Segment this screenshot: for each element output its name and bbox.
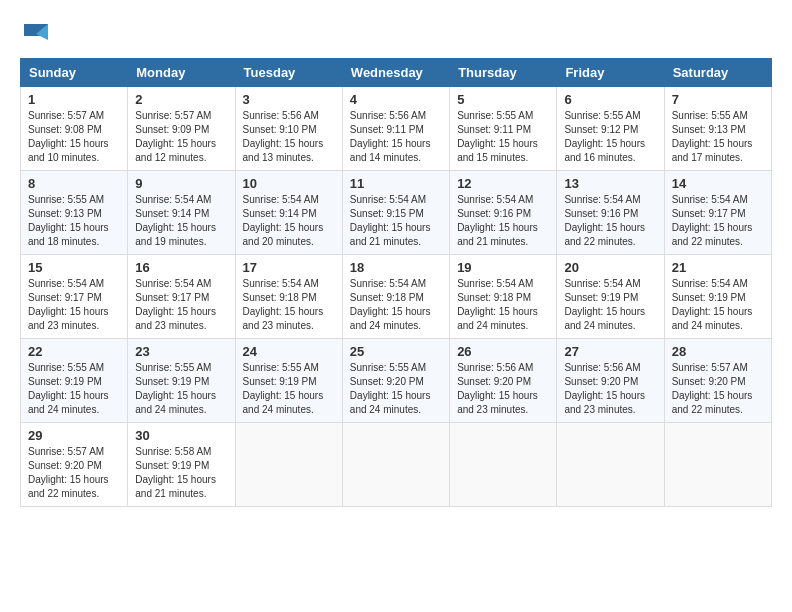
calendar-header-row: SundayMondayTuesdayWednesdayThursdayFrid… (21, 59, 772, 87)
day-info: Sunrise: 5:54 AM Sunset: 9:17 PM Dayligh… (672, 193, 764, 249)
day-info: Sunrise: 5:56 AM Sunset: 9:20 PM Dayligh… (457, 361, 549, 417)
day-info: Sunrise: 5:56 AM Sunset: 9:11 PM Dayligh… (350, 109, 442, 165)
day-number: 23 (135, 344, 227, 359)
calendar-cell: 30 Sunrise: 5:58 AM Sunset: 9:19 PM Dayl… (128, 423, 235, 507)
day-info: Sunrise: 5:55 AM Sunset: 9:13 PM Dayligh… (28, 193, 120, 249)
calendar-cell: 5 Sunrise: 5:55 AM Sunset: 9:11 PM Dayli… (450, 87, 557, 171)
day-number: 5 (457, 92, 549, 107)
day-number: 12 (457, 176, 549, 191)
day-info: Sunrise: 5:54 AM Sunset: 9:17 PM Dayligh… (28, 277, 120, 333)
day-number: 13 (564, 176, 656, 191)
day-number: 22 (28, 344, 120, 359)
calendar-cell: 13 Sunrise: 5:54 AM Sunset: 9:16 PM Dayl… (557, 171, 664, 255)
day-number: 16 (135, 260, 227, 275)
day-info: Sunrise: 5:55 AM Sunset: 9:13 PM Dayligh… (672, 109, 764, 165)
weekday-header: Tuesday (235, 59, 342, 87)
day-number: 17 (243, 260, 335, 275)
calendar-cell (664, 423, 771, 507)
calendar-cell: 22 Sunrise: 5:55 AM Sunset: 9:19 PM Dayl… (21, 339, 128, 423)
calendar-cell: 21 Sunrise: 5:54 AM Sunset: 9:19 PM Dayl… (664, 255, 771, 339)
weekday-header: Sunday (21, 59, 128, 87)
calendar-cell: 9 Sunrise: 5:54 AM Sunset: 9:14 PM Dayli… (128, 171, 235, 255)
calendar-cell: 28 Sunrise: 5:57 AM Sunset: 9:20 PM Dayl… (664, 339, 771, 423)
day-info: Sunrise: 5:54 AM Sunset: 9:14 PM Dayligh… (135, 193, 227, 249)
calendar-cell (557, 423, 664, 507)
day-info: Sunrise: 5:54 AM Sunset: 9:19 PM Dayligh… (672, 277, 764, 333)
day-info: Sunrise: 5:55 AM Sunset: 9:20 PM Dayligh… (350, 361, 442, 417)
calendar-cell: 15 Sunrise: 5:54 AM Sunset: 9:17 PM Dayl… (21, 255, 128, 339)
calendar-cell: 27 Sunrise: 5:56 AM Sunset: 9:20 PM Dayl… (557, 339, 664, 423)
day-number: 8 (28, 176, 120, 191)
day-info: Sunrise: 5:54 AM Sunset: 9:15 PM Dayligh… (350, 193, 442, 249)
calendar-week-row: 22 Sunrise: 5:55 AM Sunset: 9:19 PM Dayl… (21, 339, 772, 423)
day-info: Sunrise: 5:54 AM Sunset: 9:16 PM Dayligh… (457, 193, 549, 249)
day-number: 15 (28, 260, 120, 275)
calendar-cell: 2 Sunrise: 5:57 AM Sunset: 9:09 PM Dayli… (128, 87, 235, 171)
day-info: Sunrise: 5:57 AM Sunset: 9:09 PM Dayligh… (135, 109, 227, 165)
day-info: Sunrise: 5:55 AM Sunset: 9:19 PM Dayligh… (135, 361, 227, 417)
day-number: 10 (243, 176, 335, 191)
calendar-cell: 11 Sunrise: 5:54 AM Sunset: 9:15 PM Dayl… (342, 171, 449, 255)
weekday-header: Thursday (450, 59, 557, 87)
day-info: Sunrise: 5:56 AM Sunset: 9:10 PM Dayligh… (243, 109, 335, 165)
calendar-week-row: 8 Sunrise: 5:55 AM Sunset: 9:13 PM Dayli… (21, 171, 772, 255)
day-number: 18 (350, 260, 442, 275)
calendar-cell: 12 Sunrise: 5:54 AM Sunset: 9:16 PM Dayl… (450, 171, 557, 255)
day-info: Sunrise: 5:55 AM Sunset: 9:19 PM Dayligh… (243, 361, 335, 417)
weekday-header: Saturday (664, 59, 771, 87)
day-number: 30 (135, 428, 227, 443)
day-info: Sunrise: 5:54 AM Sunset: 9:18 PM Dayligh… (350, 277, 442, 333)
day-number: 25 (350, 344, 442, 359)
calendar-cell (235, 423, 342, 507)
calendar-cell: 25 Sunrise: 5:55 AM Sunset: 9:20 PM Dayl… (342, 339, 449, 423)
day-info: Sunrise: 5:54 AM Sunset: 9:18 PM Dayligh… (243, 277, 335, 333)
day-info: Sunrise: 5:55 AM Sunset: 9:19 PM Dayligh… (28, 361, 120, 417)
calendar-cell: 4 Sunrise: 5:56 AM Sunset: 9:11 PM Dayli… (342, 87, 449, 171)
calendar-cell: 23 Sunrise: 5:55 AM Sunset: 9:19 PM Dayl… (128, 339, 235, 423)
calendar-cell: 17 Sunrise: 5:54 AM Sunset: 9:18 PM Dayl… (235, 255, 342, 339)
calendar-cell (450, 423, 557, 507)
weekday-header: Friday (557, 59, 664, 87)
calendar-cell: 29 Sunrise: 5:57 AM Sunset: 9:20 PM Dayl… (21, 423, 128, 507)
day-info: Sunrise: 5:54 AM Sunset: 9:16 PM Dayligh… (564, 193, 656, 249)
day-info: Sunrise: 5:55 AM Sunset: 9:11 PM Dayligh… (457, 109, 549, 165)
day-number: 7 (672, 92, 764, 107)
calendar-cell: 16 Sunrise: 5:54 AM Sunset: 9:17 PM Dayl… (128, 255, 235, 339)
logo-icon (20, 20, 52, 48)
day-number: 14 (672, 176, 764, 191)
weekday-header: Monday (128, 59, 235, 87)
calendar-week-row: 15 Sunrise: 5:54 AM Sunset: 9:17 PM Dayl… (21, 255, 772, 339)
day-info: Sunrise: 5:57 AM Sunset: 9:08 PM Dayligh… (28, 109, 120, 165)
day-info: Sunrise: 5:54 AM Sunset: 9:17 PM Dayligh… (135, 277, 227, 333)
day-info: Sunrise: 5:57 AM Sunset: 9:20 PM Dayligh… (28, 445, 120, 501)
calendar: SundayMondayTuesdayWednesdayThursdayFrid… (20, 58, 772, 507)
day-number: 3 (243, 92, 335, 107)
day-info: Sunrise: 5:57 AM Sunset: 9:20 PM Dayligh… (672, 361, 764, 417)
day-number: 9 (135, 176, 227, 191)
day-number: 1 (28, 92, 120, 107)
calendar-cell: 3 Sunrise: 5:56 AM Sunset: 9:10 PM Dayli… (235, 87, 342, 171)
calendar-cell: 8 Sunrise: 5:55 AM Sunset: 9:13 PM Dayli… (21, 171, 128, 255)
calendar-week-row: 1 Sunrise: 5:57 AM Sunset: 9:08 PM Dayli… (21, 87, 772, 171)
calendar-cell: 1 Sunrise: 5:57 AM Sunset: 9:08 PM Dayli… (21, 87, 128, 171)
day-info: Sunrise: 5:54 AM Sunset: 9:19 PM Dayligh… (564, 277, 656, 333)
day-number: 11 (350, 176, 442, 191)
header (20, 20, 772, 48)
calendar-cell: 26 Sunrise: 5:56 AM Sunset: 9:20 PM Dayl… (450, 339, 557, 423)
calendar-cell: 10 Sunrise: 5:54 AM Sunset: 9:14 PM Dayl… (235, 171, 342, 255)
calendar-cell: 18 Sunrise: 5:54 AM Sunset: 9:18 PM Dayl… (342, 255, 449, 339)
day-info: Sunrise: 5:54 AM Sunset: 9:14 PM Dayligh… (243, 193, 335, 249)
day-number: 27 (564, 344, 656, 359)
calendar-cell: 14 Sunrise: 5:54 AM Sunset: 9:17 PM Dayl… (664, 171, 771, 255)
day-number: 26 (457, 344, 549, 359)
day-number: 20 (564, 260, 656, 275)
calendar-week-row: 29 Sunrise: 5:57 AM Sunset: 9:20 PM Dayl… (21, 423, 772, 507)
day-number: 28 (672, 344, 764, 359)
calendar-cell: 24 Sunrise: 5:55 AM Sunset: 9:19 PM Dayl… (235, 339, 342, 423)
weekday-header: Wednesday (342, 59, 449, 87)
day-info: Sunrise: 5:58 AM Sunset: 9:19 PM Dayligh… (135, 445, 227, 501)
day-number: 24 (243, 344, 335, 359)
calendar-cell: 20 Sunrise: 5:54 AM Sunset: 9:19 PM Dayl… (557, 255, 664, 339)
day-number: 6 (564, 92, 656, 107)
day-info: Sunrise: 5:55 AM Sunset: 9:12 PM Dayligh… (564, 109, 656, 165)
